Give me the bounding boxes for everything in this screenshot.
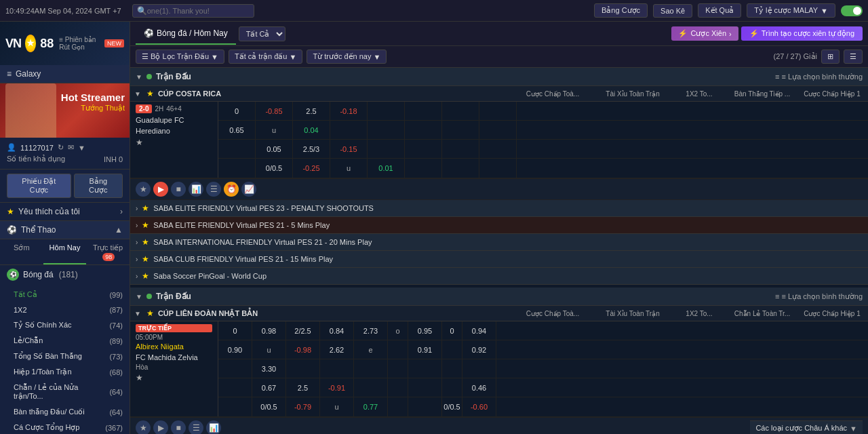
odds-cell[interactable]: 0.04 <box>293 121 330 139</box>
odds-cell[interactable]: 2.5 <box>286 378 320 397</box>
sub-item-ban-thang-dau[interactable]: Bàn thắng Đầu/ Cuối (64) <box>0 404 130 420</box>
star-icon[interactable]: ★ <box>145 306 155 321</box>
star-icon[interactable]: ★ <box>142 271 149 281</box>
tat-ca-select[interactable]: Tất Cả <box>239 26 285 41</box>
search-input[interactable] <box>147 7 249 15</box>
odds-cell[interactable] <box>405 121 442 139</box>
odds-cell[interactable] <box>368 121 405 139</box>
odds-cell[interactable] <box>442 121 479 139</box>
chevron-down-icon[interactable]: ▼ <box>78 144 85 152</box>
banner-hot-streamer[interactable]: Hot Streamer Tướng Thuật <box>0 83 130 138</box>
tat-ca-tran-button[interactable]: Tất cả trận đấu ▼ <box>229 50 302 64</box>
odds-cell[interactable] <box>479 140 517 158</box>
play-icon[interactable]: ▶ <box>153 182 168 197</box>
sub-item-ca-cuoc[interactable]: Cá Cược Tổng Hợp (367) <box>0 420 130 434</box>
stop-icon[interactable]: ■ <box>171 420 186 434</box>
odds-cell[interactable] <box>388 378 408 397</box>
odds-cell[interactable]: -0.98 <box>286 340 320 359</box>
odds-cell[interactable]: 0/0.5 <box>442 397 462 416</box>
sub-item-hiep1[interactable]: Hiệp 1/Toàn Trận (68) <box>0 364 130 380</box>
other-bets-button[interactable]: Các loại cược Châu Á khác ▼ <box>750 420 863 434</box>
odds-cell[interactable] <box>320 359 354 378</box>
sao-ke-button[interactable]: Sao Kê <box>653 4 692 18</box>
odds-cell[interactable] <box>442 102 479 120</box>
odds-cell[interactable]: 0.98 <box>252 321 286 340</box>
menu-toggle[interactable]: ≡ Phiên bản Rút Gọn <box>59 36 99 51</box>
league-row-saba2[interactable]: › ★ SABA ELITE FRIENDLY Virtual PES 21 -… <box>130 217 868 234</box>
sub-item-ty-so[interactable]: Tỷ Số Chính Xác (74) <box>0 317 130 333</box>
odds-cell[interactable] <box>218 140 256 158</box>
lua-chon-button[interactable]: ≡ ≡ Lựa chọn bình thường <box>775 73 863 81</box>
odds-cell[interactable] <box>496 340 517 359</box>
odds-cell[interactable] <box>408 359 442 378</box>
odds-cell[interactable] <box>405 140 442 158</box>
sub-item-le-chan[interactable]: Lẻ/Chẵn (89) <box>0 333 130 349</box>
odds-cell[interactable] <box>496 378 517 397</box>
odds-cell[interactable]: o <box>388 321 408 340</box>
odds-cell[interactable] <box>496 397 517 416</box>
odds-cell[interactable]: -0.79 <box>286 397 320 416</box>
lua-chon2-button[interactable]: ≡ ≡ Lựa chọn bình thường <box>775 292 863 301</box>
odds-cell[interactable] <box>368 140 405 158</box>
odds-cell[interactable]: 0.90 <box>218 340 252 359</box>
odds-cell[interactable]: 0.46 <box>462 378 496 397</box>
mail-icon[interactable]: ✉ <box>68 143 74 152</box>
sub-item-tong-so[interactable]: Tổng Số Bàn Thắng (73) <box>0 349 130 364</box>
odds-cell[interactable] <box>496 359 517 378</box>
trinh-tao-button[interactable]: ⚡ Trình tạo cược xiên tự động <box>741 26 863 41</box>
odds-cell[interactable] <box>218 359 252 378</box>
grid-view-button[interactable]: ⊞ <box>821 50 840 64</box>
odds-cell[interactable] <box>218 159 256 178</box>
odds-cell[interactable] <box>286 359 320 378</box>
odds-cell[interactable]: u <box>330 159 368 178</box>
odds-cell[interactable] <box>218 378 252 397</box>
odds-cell[interactable] <box>442 159 479 178</box>
odds-cell[interactable]: 0.84 <box>320 321 354 340</box>
graph-icon[interactable]: 📈 <box>241 182 256 197</box>
odds-cell[interactable] <box>388 359 408 378</box>
league-row-saba5[interactable]: › ★ Saba Soccer PinGoal - World Cup <box>130 268 868 285</box>
odds-cell[interactable]: -0.60 <box>462 397 496 416</box>
odds-cell[interactable] <box>442 378 462 397</box>
clock-icon[interactable]: ⏰ <box>224 182 239 197</box>
odds-cell[interactable]: 0.92 <box>462 340 496 359</box>
star-icon[interactable]: ★ <box>142 220 149 230</box>
bo-loc-button[interactable]: ☰ Bộ Lọc Trận Đấu ▼ <box>136 50 224 64</box>
odds-cell[interactable] <box>405 102 442 120</box>
match-star-icon-japan[interactable]: ★ <box>136 373 212 382</box>
odds-cell[interactable]: 2.73 <box>354 321 388 340</box>
list-icon[interactable]: ☰ <box>189 420 203 434</box>
toggle-switch[interactable] <box>841 5 863 16</box>
odds-cell[interactable]: 2.5 <box>293 102 330 120</box>
odds-cell[interactable]: u <box>256 121 293 139</box>
odds-cell[interactable]: -0.18 <box>330 102 368 120</box>
odds-cell[interactable]: 0.65 <box>218 121 256 139</box>
star-icon[interactable]: ★ <box>142 237 149 247</box>
fav-section[interactable]: ★ Yêu thích của tôi › <box>0 203 130 221</box>
odds-cell[interactable] <box>442 340 462 359</box>
bang-cuoc-button[interactable]: Bảng Cược <box>594 3 648 18</box>
league-row-saba3[interactable]: › ★ SABA INTERNATIONAL FRIENDLY Virtual … <box>130 234 868 251</box>
odds-cell[interactable]: 2/2.5 <box>286 321 320 340</box>
odds-cell[interactable] <box>408 397 442 416</box>
odds-cell[interactable]: 0 <box>218 321 252 340</box>
odds-cell[interactable] <box>442 140 479 158</box>
star-action-icon[interactable]: ★ <box>136 420 151 434</box>
odds-cell[interactable]: 0 <box>442 321 462 340</box>
stop-icon[interactable]: ■ <box>171 182 186 197</box>
tab-truc-tiep[interactable]: Trực tiếp 98 <box>86 239 130 264</box>
stats-icon[interactable]: 📊 <box>189 182 203 197</box>
collapse-icon[interactable]: ▼ <box>136 293 142 300</box>
odds-cell[interactable]: -0.91 <box>320 378 354 397</box>
odds-cell[interactable]: 0.67 <box>252 378 286 397</box>
time-filter-button[interactable]: Từ trước đến nay ▼ <box>307 50 387 64</box>
odds-cell[interactable]: 0/0.5 <box>256 159 293 178</box>
match-star-icon[interactable]: ★ <box>136 138 212 147</box>
tab-hom-nay[interactable]: Hôm Nay <box>43 239 87 264</box>
sub-item-chan-le-nua[interactable]: Chẵn / Lẻ của Nửa trận/To... (64) <box>0 380 130 404</box>
odds-cell[interactable] <box>354 378 388 397</box>
odds-cell[interactable]: -0.85 <box>256 102 293 120</box>
sub-item-tat-ca[interactable]: Tất Cả (99) <box>0 287 130 302</box>
odds-cell[interactable] <box>442 359 462 378</box>
sub-item-1x2[interactable]: 1X2 (87) <box>0 302 130 317</box>
